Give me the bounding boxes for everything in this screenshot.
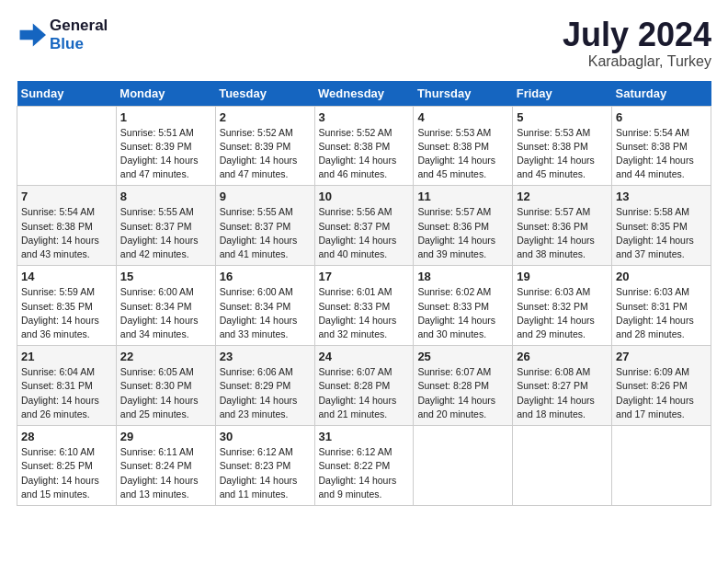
day-info: Sunrise: 6:02 AM Sunset: 8:33 PM Dayligh… [417,285,508,341]
logo-line2: Blue [50,35,84,52]
week-row-3: 14Sunrise: 5:59 AM Sunset: 8:35 PM Dayli… [17,266,711,346]
day-number: 17 [319,270,410,283]
day-cell: 31Sunrise: 6:12 AM Sunset: 8:22 PM Dayli… [314,426,414,506]
day-cell: 4Sunrise: 5:53 AM Sunset: 8:38 PM Daylig… [414,106,513,186]
svg-marker-0 [20,24,46,47]
calendar-table: SundayMondayTuesdayWednesdayThursdayFrid… [17,81,711,506]
day-cell: 16Sunrise: 6:00 AM Sunset: 8:34 PM Dayli… [215,266,314,346]
day-cell: 29Sunrise: 6:11 AM Sunset: 8:24 PM Dayli… [116,426,215,506]
day-number: 1 [120,110,211,124]
day-info: Sunrise: 5:52 AM Sunset: 8:39 PM Dayligh… [220,126,311,182]
week-row-4: 21Sunrise: 6:04 AM Sunset: 8:31 PM Dayli… [17,346,711,426]
week-row-2: 7Sunrise: 5:54 AM Sunset: 8:38 PM Daylig… [17,186,711,266]
day-info: Sunrise: 5:57 AM Sunset: 8:36 PM Dayligh… [517,205,608,261]
day-info: Sunrise: 6:12 AM Sunset: 8:22 PM Dayligh… [319,445,410,501]
day-cell: 24Sunrise: 6:07 AM Sunset: 8:28 PM Dayli… [314,346,414,426]
day-number: 25 [417,350,508,363]
day-info: Sunrise: 6:03 AM Sunset: 8:31 PM Dayligh… [616,285,707,341]
day-info: Sunrise: 5:53 AM Sunset: 8:38 PM Dayligh… [417,126,508,182]
day-number: 31 [319,430,410,443]
main-title: July 2024 [563,17,711,53]
day-number: 2 [220,110,311,124]
day-cell [17,106,117,186]
day-number: 9 [220,190,311,203]
day-info: Sunrise: 5:56 AM Sunset: 8:37 PM Dayligh… [319,205,410,261]
day-number: 7 [21,190,112,203]
day-info: Sunrise: 6:04 AM Sunset: 8:31 PM Dayligh… [21,365,112,421]
day-number: 8 [120,190,211,203]
day-number: 19 [517,270,608,283]
day-cell: 25Sunrise: 6:07 AM Sunset: 8:28 PM Dayli… [414,346,513,426]
page: General Blue July 2024 Karabaglar, Turke… [0,0,728,515]
day-info: Sunrise: 6:07 AM Sunset: 8:28 PM Dayligh… [319,365,410,421]
day-info: Sunrise: 6:09 AM Sunset: 8:26 PM Dayligh… [616,365,707,421]
day-number: 16 [220,270,311,283]
day-info: Sunrise: 5:58 AM Sunset: 8:35 PM Dayligh… [616,205,707,261]
day-info: Sunrise: 5:54 AM Sunset: 8:38 PM Dayligh… [616,126,707,182]
day-number: 5 [517,110,608,124]
day-number: 4 [417,110,508,124]
day-info: Sunrise: 6:12 AM Sunset: 8:23 PM Dayligh… [220,445,311,501]
day-info: Sunrise: 6:03 AM Sunset: 8:32 PM Dayligh… [517,285,608,341]
day-cell: 9Sunrise: 5:55 AM Sunset: 8:37 PM Daylig… [215,186,314,266]
day-cell: 2Sunrise: 5:52 AM Sunset: 8:39 PM Daylig… [215,106,314,186]
day-cell: 15Sunrise: 6:00 AM Sunset: 8:34 PM Dayli… [116,266,215,346]
subtitle: Karabaglar, Turkey [563,53,711,70]
day-info: Sunrise: 5:59 AM Sunset: 8:35 PM Dayligh… [21,285,112,341]
day-cell: 22Sunrise: 6:05 AM Sunset: 8:30 PM Dayli… [116,346,215,426]
day-info: Sunrise: 5:53 AM Sunset: 8:38 PM Dayligh… [517,126,608,182]
day-info: Sunrise: 6:10 AM Sunset: 8:25 PM Dayligh… [21,445,112,501]
day-cell: 5Sunrise: 5:53 AM Sunset: 8:38 PM Daylig… [513,106,612,186]
day-cell: 21Sunrise: 6:04 AM Sunset: 8:31 PM Dayli… [17,346,117,426]
header: General Blue July 2024 Karabaglar, Turke… [17,17,711,70]
day-number: 14 [21,270,112,283]
header-day-monday: Monday [116,81,215,107]
day-cell: 12Sunrise: 5:57 AM Sunset: 8:36 PM Dayli… [513,186,612,266]
day-info: Sunrise: 5:51 AM Sunset: 8:39 PM Dayligh… [120,126,211,182]
header-day-sunday: Sunday [17,81,117,107]
day-number: 30 [220,430,311,443]
day-cell: 1Sunrise: 5:51 AM Sunset: 8:39 PM Daylig… [116,106,215,186]
logo-text: General Blue [50,17,108,54]
day-cell: 18Sunrise: 6:02 AM Sunset: 8:33 PM Dayli… [414,266,513,346]
day-number: 3 [319,110,410,124]
day-cell: 26Sunrise: 6:08 AM Sunset: 8:27 PM Dayli… [513,346,612,426]
day-number: 15 [120,270,211,283]
week-row-1: 1Sunrise: 5:51 AM Sunset: 8:39 PM Daylig… [17,106,711,186]
day-info: Sunrise: 6:08 AM Sunset: 8:27 PM Dayligh… [517,365,608,421]
day-info: Sunrise: 5:52 AM Sunset: 8:38 PM Dayligh… [319,126,410,182]
day-cell: 27Sunrise: 6:09 AM Sunset: 8:26 PM Dayli… [612,346,711,426]
header-day-thursday: Thursday [414,81,513,107]
day-number: 29 [120,430,211,443]
day-cell [414,426,513,506]
week-row-5: 28Sunrise: 6:10 AM Sunset: 8:25 PM Dayli… [17,426,711,506]
day-number: 24 [319,350,410,363]
day-number: 23 [220,350,311,363]
day-info: Sunrise: 6:06 AM Sunset: 8:29 PM Dayligh… [220,365,311,421]
header-day-wednesday: Wednesday [314,81,414,107]
day-info: Sunrise: 6:01 AM Sunset: 8:33 PM Dayligh… [319,285,410,341]
day-cell: 6Sunrise: 5:54 AM Sunset: 8:38 PM Daylig… [612,106,711,186]
day-info: Sunrise: 6:11 AM Sunset: 8:24 PM Dayligh… [120,445,211,501]
day-cell: 8Sunrise: 5:55 AM Sunset: 8:37 PM Daylig… [116,186,215,266]
day-cell: 11Sunrise: 5:57 AM Sunset: 8:36 PM Dayli… [414,186,513,266]
day-info: Sunrise: 6:00 AM Sunset: 8:34 PM Dayligh… [220,285,311,341]
header-day-saturday: Saturday [612,81,711,107]
day-cell: 28Sunrise: 6:10 AM Sunset: 8:25 PM Dayli… [17,426,117,506]
day-info: Sunrise: 5:55 AM Sunset: 8:37 PM Dayligh… [120,205,211,261]
day-number: 27 [616,350,707,363]
logo: General Blue [17,17,108,54]
day-cell: 17Sunrise: 6:01 AM Sunset: 8:33 PM Dayli… [314,266,414,346]
logo-line1: General [50,17,108,34]
day-cell: 3Sunrise: 5:52 AM Sunset: 8:38 PM Daylig… [314,106,414,186]
day-cell [612,426,711,506]
day-cell: 30Sunrise: 6:12 AM Sunset: 8:23 PM Dayli… [215,426,314,506]
day-cell: 20Sunrise: 6:03 AM Sunset: 8:31 PM Dayli… [612,266,711,346]
day-cell: 10Sunrise: 5:56 AM Sunset: 8:37 PM Dayli… [314,186,414,266]
day-number: 26 [517,350,608,363]
day-number: 12 [517,190,608,203]
day-info: Sunrise: 6:00 AM Sunset: 8:34 PM Dayligh… [120,285,211,341]
day-number: 11 [417,190,508,203]
day-info: Sunrise: 5:54 AM Sunset: 8:38 PM Dayligh… [21,205,112,261]
day-number: 13 [616,190,707,203]
